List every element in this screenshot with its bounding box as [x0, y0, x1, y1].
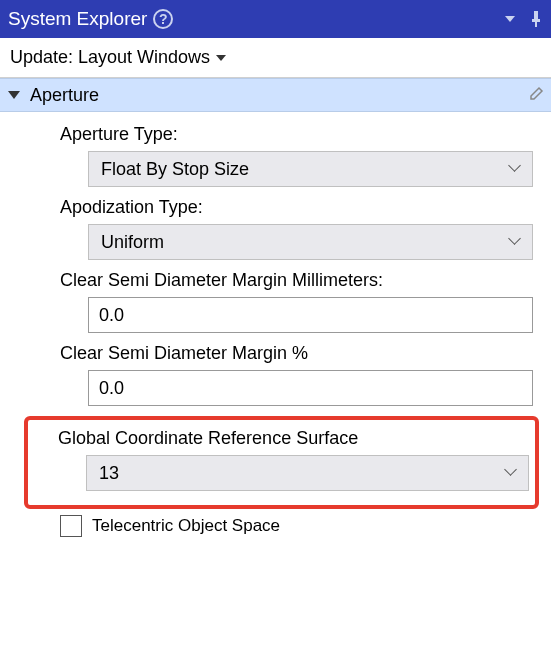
apodization-type-label: Apodization Type: [60, 197, 533, 218]
telecentric-checkbox-row[interactable]: Telecentric Object Space [60, 515, 533, 537]
csd-mm-label: Clear Semi Diameter Margin Millimeters: [60, 270, 533, 291]
global-coord-value: 13 [99, 463, 119, 484]
global-coord-label: Global Coordinate Reference Surface [34, 428, 529, 449]
section-title: Aperture [30, 85, 99, 106]
global-coord-dropdown[interactable]: 13 [86, 455, 529, 491]
chevron-down-icon [216, 55, 226, 61]
chevron-down-icon [506, 467, 518, 479]
update-label: Update: Layout Windows [10, 47, 210, 68]
collapse-caret-icon [8, 91, 20, 99]
aperture-type-label: Aperture Type: [60, 124, 533, 145]
aperture-panel: Aperture Type: Float By Stop Size Apodiz… [0, 112, 551, 537]
csd-mm-input[interactable] [88, 297, 533, 333]
svg-rect-2 [532, 19, 540, 22]
minimize-icon[interactable] [503, 12, 517, 26]
section-header-aperture[interactable]: Aperture [0, 78, 551, 112]
update-dropdown-button[interactable]: Update: Layout Windows [10, 47, 226, 68]
csd-pct-label: Clear Semi Diameter Margin % [60, 343, 533, 364]
csd-pct-input[interactable] [88, 370, 533, 406]
panel-titlebar: System Explorer ? [0, 0, 551, 38]
toolbar: Update: Layout Windows [0, 38, 551, 78]
pin-icon[interactable] [529, 11, 543, 27]
telecentric-checkbox[interactable] [60, 515, 82, 537]
chevron-down-icon [510, 163, 522, 175]
svg-marker-0 [505, 16, 515, 22]
svg-rect-3 [535, 22, 537, 27]
aperture-type-dropdown[interactable]: Float By Stop Size [88, 151, 533, 187]
apodization-type-dropdown[interactable]: Uniform [88, 224, 533, 260]
telecentric-label: Telecentric Object Space [92, 516, 280, 536]
chevron-down-icon [510, 236, 522, 248]
edit-icon[interactable] [529, 85, 545, 106]
apodization-type-value: Uniform [101, 232, 164, 253]
aperture-type-value: Float By Stop Size [101, 159, 249, 180]
svg-rect-1 [534, 11, 538, 19]
highlight-annotation: Global Coordinate Reference Surface 13 [24, 416, 539, 509]
panel-title: System Explorer [8, 8, 147, 30]
help-icon[interactable]: ? [153, 9, 173, 29]
